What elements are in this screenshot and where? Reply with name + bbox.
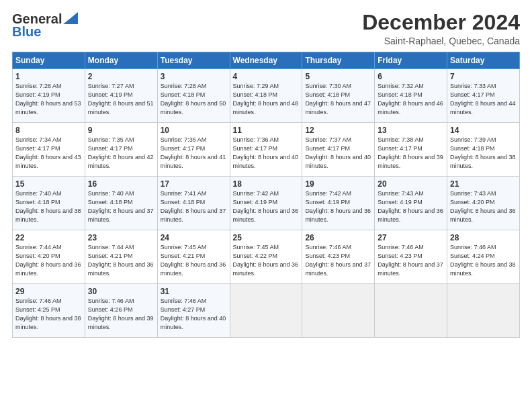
calendar-cell: 22Sunrise: 7:44 AMSunset: 4:20 PMDayligh… [13,230,85,284]
calendar-cell: 29Sunrise: 7:46 AMSunset: 4:25 PMDayligh… [13,284,85,338]
calendar-cell: 5Sunrise: 7:30 AMSunset: 4:18 PMDaylight… [302,69,375,123]
day-number: 17 [161,179,227,189]
day-number: 24 [161,233,227,242]
calendar-cell [375,284,447,338]
day-info: Sunrise: 7:40 AMSunset: 4:18 PMDaylight:… [88,189,154,224]
day-info: Sunrise: 7:44 AMSunset: 4:21 PMDaylight:… [88,243,154,278]
calendar-cell: 20Sunrise: 7:43 AMSunset: 4:19 PMDayligh… [375,177,447,230]
day-number: 7 [450,72,517,81]
day-info: Sunrise: 7:37 AMSunset: 4:17 PMDaylight:… [305,136,371,171]
title-block: December 2024 Saint-Raphael, Quebec, Can… [362,11,520,46]
svg-marker-0 [63,12,78,24]
day-info: Sunrise: 7:28 AMSunset: 4:18 PMDaylight:… [161,82,227,117]
calendar-cell: 15Sunrise: 7:40 AMSunset: 4:18 PMDayligh… [13,177,85,230]
day-number: 1 [15,72,82,81]
calendar-cell: 17Sunrise: 7:41 AMSunset: 4:18 PMDayligh… [157,177,230,230]
day-number: 30 [88,287,154,296]
day-number: 18 [233,179,300,189]
page: General Blue December 2024 Saint-Raphael… [0,0,532,411]
day-info: Sunrise: 7:27 AMSunset: 4:19 PMDaylight:… [88,82,154,117]
calendar-cell: 3Sunrise: 7:28 AMSunset: 4:18 PMDaylight… [157,69,230,123]
day-number: 13 [378,126,444,135]
day-number: 29 [15,287,82,296]
calendar-cell [302,284,375,338]
day-number: 26 [305,233,371,242]
calendar-cell: 1Sunrise: 7:26 AMSunset: 4:19 PMDaylight… [13,69,85,123]
day-info: Sunrise: 7:41 AMSunset: 4:18 PMDaylight:… [161,189,227,224]
day-number: 8 [15,126,82,135]
day-info: Sunrise: 7:38 AMSunset: 4:17 PMDaylight:… [378,136,444,171]
day-number: 5 [305,72,371,81]
day-info: Sunrise: 7:36 AMSunset: 4:17 PMDaylight:… [233,136,300,171]
day-info: Sunrise: 7:35 AMSunset: 4:17 PMDaylight:… [88,136,154,171]
calendar-cell: 8Sunrise: 7:34 AMSunset: 4:17 PMDaylight… [13,123,85,177]
day-of-week-thursday: Thursday [302,52,375,69]
day-info: Sunrise: 7:44 AMSunset: 4:20 PMDaylight:… [15,243,82,278]
day-number: 19 [305,179,371,189]
header: General Blue December 2024 Saint-Raphael… [12,11,520,46]
logo: General Blue [12,11,78,40]
calendar-cell: 28Sunrise: 7:46 AMSunset: 4:24 PMDayligh… [447,230,520,284]
day-number: 4 [233,72,300,81]
location: Saint-Raphael, Quebec, Canada [362,36,520,46]
calendar-cell: 10Sunrise: 7:35 AMSunset: 4:17 PMDayligh… [157,123,230,177]
day-number: 2 [88,72,154,81]
day-of-week-wednesday: Wednesday [230,52,302,69]
calendar-cell: 7Sunrise: 7:33 AMSunset: 4:17 PMDaylight… [447,69,520,123]
day-info: Sunrise: 7:42 AMSunset: 4:19 PMDaylight:… [305,189,371,224]
calendar-cell [447,284,520,338]
day-of-week-saturday: Saturday [447,52,520,69]
week-row-0: 1Sunrise: 7:26 AMSunset: 4:19 PMDaylight… [13,69,520,123]
calendar-cell: 2Sunrise: 7:27 AMSunset: 4:19 PMDaylight… [85,69,157,123]
calendar-cell: 11Sunrise: 7:36 AMSunset: 4:17 PMDayligh… [230,123,302,177]
calendar-cell: 27Sunrise: 7:46 AMSunset: 4:23 PMDayligh… [375,230,447,284]
day-info: Sunrise: 7:46 AMSunset: 4:23 PMDaylight:… [305,243,371,278]
logo-blue: Blue [12,24,41,40]
day-number: 15 [15,179,82,189]
day-number: 14 [450,126,517,135]
day-info: Sunrise: 7:40 AMSunset: 4:18 PMDaylight:… [15,189,82,224]
day-number: 9 [88,126,154,135]
day-info: Sunrise: 7:46 AMSunset: 4:23 PMDaylight:… [378,243,444,278]
day-info: Sunrise: 7:45 AMSunset: 4:22 PMDaylight:… [233,243,300,278]
day-info: Sunrise: 7:46 AMSunset: 4:24 PMDaylight:… [450,243,517,278]
calendar-cell: 23Sunrise: 7:44 AMSunset: 4:21 PMDayligh… [85,230,157,284]
day-number: 10 [161,126,227,135]
day-number: 3 [161,72,227,81]
calendar-cell: 9Sunrise: 7:35 AMSunset: 4:17 PMDaylight… [85,123,157,177]
day-number: 20 [378,179,444,189]
calendar-cell: 26Sunrise: 7:46 AMSunset: 4:23 PMDayligh… [302,230,375,284]
day-info: Sunrise: 7:46 AMSunset: 4:26 PMDaylight:… [88,297,154,332]
day-info: Sunrise: 7:32 AMSunset: 4:18 PMDaylight:… [378,82,444,117]
calendar-cell: 21Sunrise: 7:43 AMSunset: 4:20 PMDayligh… [447,177,520,230]
week-row-4: 29Sunrise: 7:46 AMSunset: 4:25 PMDayligh… [13,284,520,338]
day-number: 23 [88,233,154,242]
calendar: SundayMondayTuesdayWednesdayThursdayFrid… [12,52,520,338]
month-title: December 2024 [362,11,520,34]
day-info: Sunrise: 7:30 AMSunset: 4:18 PMDaylight:… [305,82,371,117]
day-of-week-tuesday: Tuesday [157,52,230,69]
day-info: Sunrise: 7:46 AMSunset: 4:25 PMDaylight:… [15,297,82,332]
calendar-cell: 18Sunrise: 7:42 AMSunset: 4:19 PMDayligh… [230,177,302,230]
calendar-cell: 24Sunrise: 7:45 AMSunset: 4:21 PMDayligh… [157,230,230,284]
day-number: 12 [305,126,371,135]
day-info: Sunrise: 7:42 AMSunset: 4:19 PMDaylight:… [233,189,300,224]
week-row-1: 8Sunrise: 7:34 AMSunset: 4:17 PMDaylight… [13,123,520,177]
day-info: Sunrise: 7:46 AMSunset: 4:27 PMDaylight:… [161,297,227,332]
calendar-cell: 14Sunrise: 7:39 AMSunset: 4:18 PMDayligh… [447,123,520,177]
day-number: 27 [378,233,444,242]
calendar-cell: 31Sunrise: 7:46 AMSunset: 4:27 PMDayligh… [157,284,230,338]
calendar-cell: 6Sunrise: 7:32 AMSunset: 4:18 PMDaylight… [375,69,447,123]
calendar-cell: 16Sunrise: 7:40 AMSunset: 4:18 PMDayligh… [85,177,157,230]
day-number: 21 [450,179,517,189]
day-info: Sunrise: 7:33 AMSunset: 4:17 PMDaylight:… [450,82,517,117]
logo-bird-icon [63,12,78,24]
day-info: Sunrise: 7:34 AMSunset: 4:17 PMDaylight:… [15,136,82,171]
day-of-week-monday: Monday [85,52,157,69]
day-info: Sunrise: 7:35 AMSunset: 4:17 PMDaylight:… [161,136,227,171]
calendar-cell: 19Sunrise: 7:42 AMSunset: 4:19 PMDayligh… [302,177,375,230]
day-info: Sunrise: 7:43 AMSunset: 4:19 PMDaylight:… [378,189,444,224]
calendar-cell: 25Sunrise: 7:45 AMSunset: 4:22 PMDayligh… [230,230,302,284]
week-row-2: 15Sunrise: 7:40 AMSunset: 4:18 PMDayligh… [13,177,520,230]
day-info: Sunrise: 7:43 AMSunset: 4:20 PMDaylight:… [450,189,517,224]
